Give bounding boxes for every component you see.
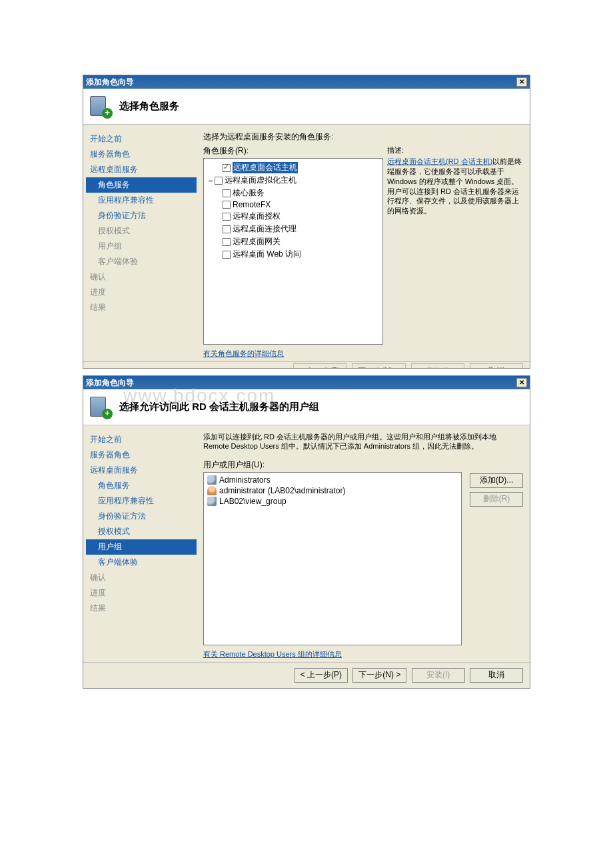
add-roles-wizard-dialog-2: 添加角色向导 ✕ + 选择允许访问此 RD 会话主机服务器的用户组 www.bd… xyxy=(83,375,530,689)
tree-label: 角色服务(R): xyxy=(203,145,383,157)
wizard-step: 确认 xyxy=(86,269,197,285)
tree-item[interactable]: 远程桌面授权 xyxy=(207,210,380,223)
group-icon xyxy=(207,497,217,506)
prompt-text: 添加可以连接到此 RD 会话主机服务器的用户或用户组。这些用户和用户组将被添加到… xyxy=(203,432,523,451)
tree-item[interactable]: 远程桌面连接代理 xyxy=(207,223,380,235)
next-button[interactable]: 下一步(N) > xyxy=(352,363,406,368)
tree-item-label: 远程桌面连接代理 xyxy=(233,223,297,235)
tree-item-label: 远程桌面 Web 访问 xyxy=(233,249,301,260)
description-link[interactable]: 远程桌面会话主机(RD 会话主机) xyxy=(387,157,492,165)
list-item[interactable]: administrator (LAB02\administrator) xyxy=(206,485,459,496)
wizard-step: 确认 xyxy=(86,570,197,585)
more-info-link[interactable]: 有关角色服务的详细信息 xyxy=(203,349,284,357)
checkbox[interactable] xyxy=(223,201,231,209)
dialog-title: 添加角色向导 xyxy=(86,376,134,389)
wizard-step[interactable]: 用户组 xyxy=(86,539,197,555)
wizard-step[interactable]: 服务器角色 xyxy=(86,147,197,162)
tree-item[interactable]: 远程桌面网关 xyxy=(207,235,380,248)
tree-item[interactable]: RemoteFX xyxy=(207,199,380,210)
list-item[interactable]: LAB02\view_group xyxy=(206,496,459,507)
user-icon xyxy=(207,486,217,495)
group-icon xyxy=(207,475,217,485)
cancel-button[interactable]: 取消 xyxy=(470,668,523,683)
wizard-step[interactable]: 身份验证方法 xyxy=(86,509,197,524)
page-title: 选择角色服务 xyxy=(119,100,179,113)
wizard-step[interactable]: 客户端体验 xyxy=(86,555,197,570)
tree-item[interactable]: 远程桌面 Web 访问 xyxy=(207,248,380,261)
tree-item-label: 远程桌面会话主机 xyxy=(233,162,298,173)
remove-button: 删除(R) xyxy=(470,492,523,507)
checkbox[interactable] xyxy=(223,251,231,259)
checkbox[interactable] xyxy=(223,238,231,246)
wizard-step: 用户组 xyxy=(86,239,197,254)
wizard-icon: + xyxy=(89,395,113,419)
tree-expand-icon[interactable]: − xyxy=(207,176,215,185)
wizard-step[interactable]: 开始之前 xyxy=(86,432,197,447)
wizard-step[interactable]: 应用程序兼容性 xyxy=(86,193,197,208)
tree-item-label: RemoteFX xyxy=(233,200,271,209)
wizard-step[interactable]: 远程桌面服务 xyxy=(86,463,197,478)
content-panel: 添加可以连接到此 RD 会话主机服务器的用户或用户组。这些用户和用户组将被添加到… xyxy=(197,425,530,662)
description-text: 以前是终端服务器，它使服务器可以承载基于 Windows 的程序或整个 Wind… xyxy=(387,157,522,215)
install-button: 安装(I) xyxy=(411,363,464,368)
button-row: < 上一步(P) 下一步(N) > 安装(I) 取消 xyxy=(83,662,530,688)
more-info-link[interactable]: 有关 Remote Desktop Users 组的详细信息 xyxy=(203,650,342,658)
checkbox[interactable] xyxy=(215,177,223,185)
wizard-step: 进度 xyxy=(86,585,197,601)
prev-button[interactable]: < 上一步(P) xyxy=(293,363,346,368)
wizard-steps-sidebar: 开始之前服务器角色远程桌面服务角色服务应用程序兼容性身份验证方法授权模式用户组客… xyxy=(83,425,197,662)
prev-button[interactable]: < 上一步(P) xyxy=(295,668,348,683)
dialog-title: 添加角色向导 xyxy=(86,75,134,89)
description-panel: 描述: 远程桌面会话主机(RD 会话主机)以前是终端服务器，它使服务器可以承载基… xyxy=(387,145,523,345)
wizard-step[interactable]: 角色服务 xyxy=(86,478,197,493)
close-button[interactable]: ✕ xyxy=(516,77,527,87)
tree-item-label: 核心服务 xyxy=(233,187,265,199)
list-label: 用户或用户组(U): xyxy=(203,459,523,471)
list-item-label: administrator (LAB02\administrator) xyxy=(219,486,345,495)
wizard-step: 结果 xyxy=(86,601,197,616)
add-roles-wizard-dialog-1: 添加角色向导 ✕ + 选择角色服务 开始之前服务器角色远程桌面服务角色服务应用程… xyxy=(83,75,530,369)
list-item-label: LAB02\view_group xyxy=(219,497,287,506)
wizard-step[interactable]: 应用程序兼容性 xyxy=(86,493,197,509)
tree-item[interactable]: 远程桌面会话主机 xyxy=(207,161,380,174)
checkbox[interactable] xyxy=(223,225,231,233)
cancel-button[interactable]: 取消 xyxy=(470,363,523,368)
tree-item-label: 远程桌面网关 xyxy=(233,236,281,247)
dialog-header: + 选择角色服务 xyxy=(83,89,530,125)
wizard-step: 授权模式 xyxy=(86,223,197,239)
install-button: 安装(I) xyxy=(412,668,465,683)
wizard-step[interactable]: 远程桌面服务 xyxy=(86,162,197,177)
wizard-step[interactable]: 开始之前 xyxy=(86,131,197,147)
role-services-tree[interactable]: 远程桌面会话主机−远程桌面虚拟化主机核心服务RemoteFX远程桌面授权远程桌面… xyxy=(203,158,383,345)
description-body: 远程桌面会话主机(RD 会话主机)以前是终端服务器，它使服务器可以承载基于 Wi… xyxy=(387,157,523,216)
wizard-step: 结果 xyxy=(86,300,197,315)
titlebar[interactable]: 添加角色向导 ✕ xyxy=(83,376,530,389)
list-item[interactable]: Administrators xyxy=(206,475,459,485)
content-panel: 选择为远程桌面服务安装的角色服务: 角色服务(R): 远程桌面会话主机−远程桌面… xyxy=(197,125,530,361)
tree-item[interactable]: 核心服务 xyxy=(207,187,380,199)
users-groups-listbox[interactable]: Administratorsadministrator (LAB02\admin… xyxy=(203,472,462,645)
wizard-icon: + xyxy=(89,95,113,119)
tree-item-label: 远程桌面虚拟化主机 xyxy=(225,175,297,186)
titlebar[interactable]: 添加角色向导 ✕ xyxy=(83,75,530,89)
page-title: 选择允许访问此 RD 会话主机服务器的用户组 xyxy=(119,401,319,413)
checkbox[interactable] xyxy=(223,213,231,221)
dialog-header: + 选择允许访问此 RD 会话主机服务器的用户组 www.bdocx.com xyxy=(83,389,530,425)
checkbox[interactable] xyxy=(223,189,231,197)
wizard-step: 进度 xyxy=(86,285,197,300)
description-title: 描述: xyxy=(387,145,523,155)
add-button[interactable]: 添加(D)... xyxy=(470,473,523,488)
list-item-label: Administrators xyxy=(219,475,271,485)
tree-item-label: 远程桌面授权 xyxy=(233,211,281,222)
wizard-steps-sidebar: 开始之前服务器角色远程桌面服务角色服务应用程序兼容性身份验证方法授权模式用户组客… xyxy=(83,125,197,361)
close-button[interactable]: ✕ xyxy=(516,378,527,387)
wizard-step[interactable]: 角色服务 xyxy=(86,177,197,193)
wizard-step[interactable]: 授权模式 xyxy=(86,524,197,539)
next-button[interactable]: 下一步(N) > xyxy=(352,668,406,683)
prompt-text: 选择为远程桌面服务安装的角色服务: xyxy=(203,131,523,143)
wizard-step[interactable]: 服务器角色 xyxy=(86,447,197,463)
wizard-step: 客户端体验 xyxy=(86,254,197,269)
checkbox[interactable] xyxy=(223,164,231,172)
wizard-step[interactable]: 身份验证方法 xyxy=(86,208,197,223)
tree-item[interactable]: −远程桌面虚拟化主机 xyxy=(207,174,380,187)
